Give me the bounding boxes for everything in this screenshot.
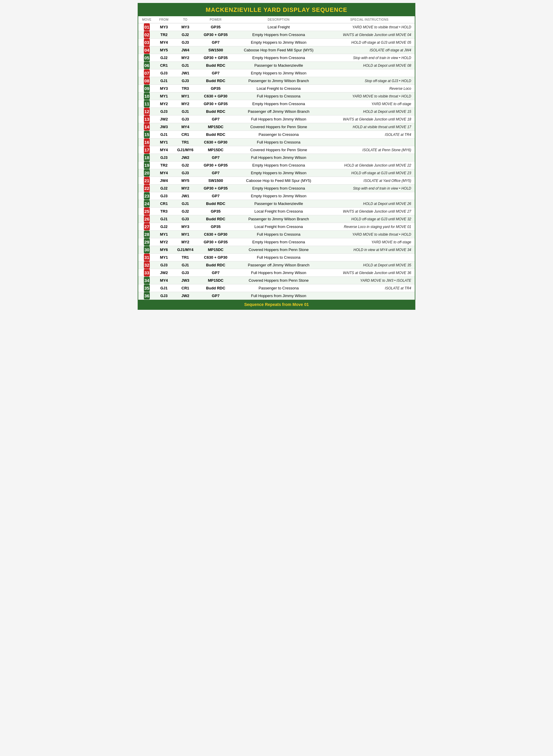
power-cell: GP30 + GP35 bbox=[198, 238, 233, 246]
desc-cell: Empty Hoppers to Jimmy Wilson bbox=[233, 69, 324, 77]
from-cell: TR3 bbox=[155, 207, 172, 215]
page-title: MACKENZIEVILLE YARD DISPLAY SEQUENCE bbox=[138, 4, 415, 16]
move-number: 22 bbox=[144, 185, 150, 192]
desc-cell: Covered Hoppers for Penn Stone bbox=[233, 146, 324, 154]
power-cell: C630 + GP30 bbox=[198, 92, 233, 100]
special-cell: WAITS at Glendale Junction until MOVE 04 bbox=[324, 31, 415, 39]
desc-cell: Caboose Hop from Feed Mill Spur (MY5) bbox=[233, 47, 324, 54]
move-number: 09 bbox=[144, 85, 150, 92]
from-cell: CR1 bbox=[155, 62, 172, 69]
special-cell: YARD MOVE to off-stage bbox=[324, 100, 415, 108]
special-cell: WAITS at Glendale Junction until MOVE 27 bbox=[324, 207, 415, 215]
special-cell: HOLD off-stage at GJ3 until MOVE 32 bbox=[324, 215, 415, 223]
to-cell: GJ3 bbox=[172, 269, 198, 277]
power-cell: GP35 bbox=[198, 223, 233, 231]
to-cell: MY4 bbox=[172, 123, 198, 131]
to-cell: GJ3 bbox=[172, 77, 198, 85]
move-cell: 25 bbox=[138, 207, 155, 215]
move-number: 24 bbox=[144, 200, 150, 207]
to-cell: MY3 bbox=[172, 23, 198, 31]
power-cell: Budd RDC bbox=[198, 284, 233, 292]
desc-cell: Empty Hoppers from Cressona bbox=[233, 185, 324, 192]
power-cell: GP7 bbox=[198, 39, 233, 47]
from-cell: MY1 bbox=[155, 231, 172, 238]
table-row: 15GJ1CR1Budd RDCPassenger to CressonaISO… bbox=[138, 131, 415, 139]
to-cell: JW1 bbox=[172, 69, 198, 77]
special-cell: HOLD at visible throat until MOVE 17 bbox=[324, 123, 415, 131]
from-cell: MY3 bbox=[155, 23, 172, 31]
power-cell: GP7 bbox=[198, 154, 233, 162]
from-cell: MY2 bbox=[155, 238, 172, 246]
from-cell: GJ2 bbox=[155, 223, 172, 231]
move-cell: 29 bbox=[138, 238, 155, 246]
power-cell: SW1500 bbox=[198, 47, 233, 54]
table-row: 14JW3MY4MP15DCCovered Hoppers for Penn S… bbox=[138, 123, 415, 131]
col-header-move: MOVE bbox=[138, 16, 155, 23]
main-container: MACKENZIEVILLE YARD DISPLAY SEQUENCE MOV… bbox=[138, 3, 415, 310]
power-cell: MP15DC bbox=[198, 246, 233, 254]
footer-text: Sequence Repeats from Move 01 bbox=[138, 300, 415, 309]
table-row: 33JW2GJ3GP7Full Hoppers from Jimmy Wilso… bbox=[138, 269, 415, 277]
from-cell: TR2 bbox=[155, 31, 172, 39]
power-cell: Budd RDC bbox=[198, 200, 233, 207]
move-cell: 13 bbox=[138, 115, 155, 123]
special-cell: Reverse Loco bbox=[324, 85, 415, 92]
special-cell: HOLD off-stage at GJ3 until MOVE 23 bbox=[324, 169, 415, 177]
desc-cell: Full Hoppers to Cressona bbox=[233, 139, 324, 146]
to-cell: GJ2 bbox=[172, 31, 198, 39]
move-number: 21 bbox=[144, 177, 150, 184]
move-number: 34 bbox=[144, 277, 150, 284]
move-number: 14 bbox=[144, 123, 150, 131]
desc-cell: Full Hoppers from Jimmy Wilson bbox=[233, 269, 324, 277]
from-cell: GJ3 bbox=[155, 154, 172, 162]
move-number: 20 bbox=[144, 169, 150, 177]
move-cell: 06 bbox=[138, 62, 155, 69]
desc-cell: Empty Hoppers to Jimmy Wilson bbox=[233, 39, 324, 47]
move-number: 17 bbox=[144, 146, 150, 154]
from-cell: JW3 bbox=[155, 123, 172, 131]
desc-cell: Covered Hoppers from Penn Stone bbox=[233, 246, 324, 254]
power-cell: GP7 bbox=[198, 115, 233, 123]
desc-cell: Empty Hoppers from Cressona bbox=[233, 31, 324, 39]
power-cell: MP15DC bbox=[198, 146, 233, 154]
move-cell: 26 bbox=[138, 215, 155, 223]
power-cell: C630 + GP30 bbox=[198, 231, 233, 238]
to-cell: JW1 bbox=[172, 192, 198, 200]
from-cell: GJ2 bbox=[155, 185, 172, 192]
power-cell: Budd RDC bbox=[198, 108, 233, 115]
move-number: 07 bbox=[144, 69, 150, 77]
from-cell: MY1 bbox=[155, 254, 172, 261]
power-cell: MP15DC bbox=[198, 123, 233, 131]
table-row: 08GJ1GJ3Budd RDCPassenger to Jimmy Wilso… bbox=[138, 77, 415, 85]
move-cell: 36 bbox=[138, 292, 155, 300]
from-cell: MY4 bbox=[155, 39, 172, 47]
special-cell bbox=[324, 139, 415, 146]
table-row: 01MY3MY3GP35Local FreightYARD MOVE to vi… bbox=[138, 23, 415, 31]
to-cell: GJ1 bbox=[172, 108, 198, 115]
power-cell: GP7 bbox=[198, 169, 233, 177]
move-number: 33 bbox=[144, 269, 150, 276]
table-row: 18GJ3JW2GP7Full Hoppers from Jimmy Wilso… bbox=[138, 154, 415, 162]
power-cell: GP30 + GP35 bbox=[198, 162, 233, 169]
special-cell bbox=[324, 154, 415, 162]
move-cell: 31 bbox=[138, 254, 155, 261]
table-row: 34MY4JW3MP15DCCovered Hoppers from Penn … bbox=[138, 277, 415, 284]
to-cell: MY3 bbox=[172, 223, 198, 231]
move-cell: 17 bbox=[138, 146, 155, 154]
table-row: 30MY6GJ1/MY4MP15DCCovered Hoppers from P… bbox=[138, 246, 415, 254]
to-cell: GJ2 bbox=[172, 162, 198, 169]
to-cell: GJ1/MY6 bbox=[172, 146, 198, 154]
from-cell: GJ1 bbox=[155, 284, 172, 292]
power-cell: GP7 bbox=[198, 292, 233, 300]
move-cell: 01 bbox=[138, 23, 155, 31]
desc-cell: Caboose Hop to Feed Mill Spur (MY5) bbox=[233, 177, 324, 185]
move-cell: 23 bbox=[138, 192, 155, 200]
move-cell: 19 bbox=[138, 162, 155, 169]
table-row: 21JW4MY5SW1500Caboose Hop to Feed Mill S… bbox=[138, 177, 415, 185]
to-cell: GJ3 bbox=[172, 115, 198, 123]
move-number: 28 bbox=[144, 231, 150, 238]
from-cell: GJ1 bbox=[155, 131, 172, 139]
table-row: 24CR1GJ1Budd RDCPassenger to Mackenzievi… bbox=[138, 200, 415, 207]
table-row: 35GJ1CR1Budd RDCPassenger to CressonaISO… bbox=[138, 284, 415, 292]
desc-cell: Full Hoppers to Cressona bbox=[233, 92, 324, 100]
